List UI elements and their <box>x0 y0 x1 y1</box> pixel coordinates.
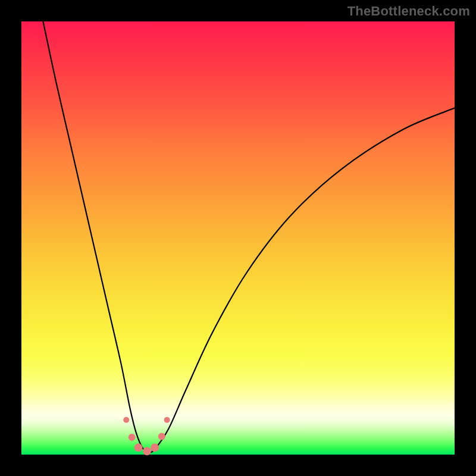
trough-marker <box>151 443 159 452</box>
trough-markers <box>123 417 170 455</box>
trough-marker <box>158 433 165 440</box>
trough-marker <box>134 443 143 452</box>
bottleneck-curve <box>43 21 455 452</box>
curve-svg <box>21 21 455 455</box>
trough-marker <box>129 434 136 441</box>
trough-marker <box>143 447 151 455</box>
plot-area <box>21 21 455 455</box>
trough-marker <box>123 417 129 423</box>
trough-marker <box>164 417 170 423</box>
chart-frame: TheBottleneck.com <box>0 0 476 476</box>
watermark-text: TheBottleneck.com <box>347 4 470 19</box>
